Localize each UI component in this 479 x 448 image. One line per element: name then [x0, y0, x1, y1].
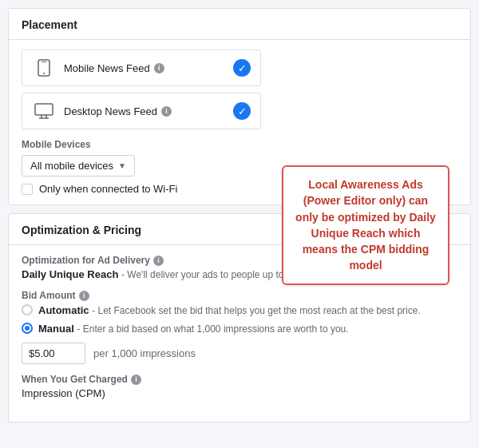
tooltip-callout: Local Awareness Ads (Power Editor only) … — [282, 165, 449, 285]
charged-value: Impression (CPM) — [22, 387, 457, 399]
automatic-radio-row[interactable]: Automatic - Let Facebook set the bid tha… — [22, 303, 457, 318]
mobile-devices-dropdown[interactable]: All mobile devices ▼ — [22, 155, 135, 176]
manual-label: Manual - Enter a bid based on what 1,000… — [38, 322, 349, 336]
svg-rect-3 — [35, 104, 53, 115]
manual-radio[interactable] — [22, 323, 33, 334]
bid-amount-group: Bid Amount i Automatic - Let Facebook se… — [22, 290, 457, 364]
desktop-info-icon[interactable]: i — [161, 106, 172, 117]
mobile-news-feed-row[interactable]: Mobile News Feed i ✓ — [22, 50, 261, 86]
bid-amount-label: Bid Amount i — [22, 290, 457, 301]
bid-info-icon[interactable]: i — [79, 291, 89, 301]
dropdown-value: All mobile devices — [30, 160, 113, 172]
placement-section-title: Placement — [9, 9, 470, 40]
mobile-devices-label: Mobile Devices — [22, 139, 457, 150]
charged-info-icon[interactable]: i — [131, 375, 141, 385]
mobile-checkmark[interactable]: ✓ — [233, 59, 251, 77]
wifi-checkbox[interactable] — [22, 184, 33, 195]
svg-point-1 — [43, 73, 45, 74]
bid-input-unit: per 1,000 impressions — [93, 347, 196, 359]
wifi-label: Only when connected to Wi-Fi — [39, 183, 177, 195]
desktop-checkmark[interactable]: ✓ — [233, 102, 251, 120]
charged-group: When You Get Charged i Impression (CPM) — [22, 374, 457, 399]
desktop-news-feed-row[interactable]: Desktop News Feed i ✓ — [22, 93, 261, 129]
mobile-news-feed-label: Mobile News Feed i — [64, 62, 233, 74]
bid-input-row: per 1,000 impressions — [22, 343, 457, 364]
mobile-icon — [32, 58, 56, 77]
mobile-info-icon[interactable]: i — [154, 63, 164, 73]
desktop-icon — [32, 101, 56, 121]
bid-input[interactable] — [22, 343, 85, 364]
automatic-radio[interactable] — [22, 304, 33, 315]
charged-label: When You Get Charged i — [22, 374, 457, 385]
desktop-news-feed-label: Desktop News Feed i — [64, 105, 233, 117]
automatic-label: Automatic - Let Facebook set the bid tha… — [38, 303, 421, 318]
dropdown-arrow-icon: ▼ — [118, 161, 126, 170]
manual-radio-row[interactable]: Manual - Enter a bid based on what 1,000… — [22, 322, 457, 336]
delivery-info-icon[interactable]: i — [153, 256, 164, 266]
